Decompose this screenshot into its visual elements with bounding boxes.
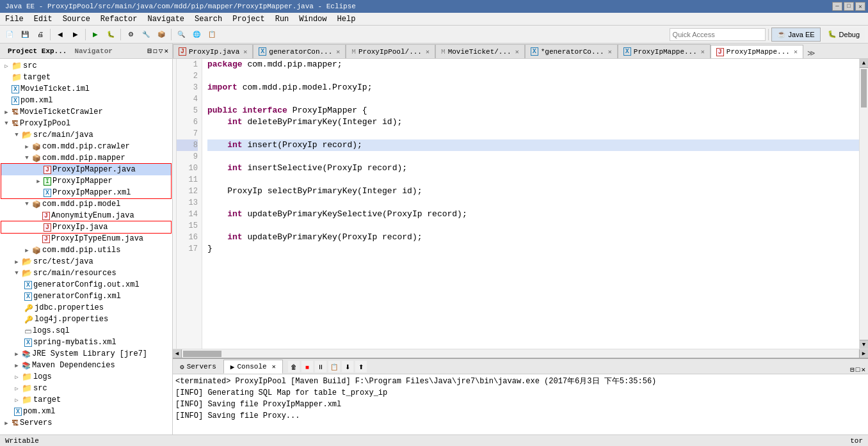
tab-close[interactable]: ✕ [426, 48, 430, 56]
tree-item[interactable]: ▶ 📚 JRE System Library [jre7] [0, 348, 172, 360]
tree-item[interactable]: ▷ 📁 logs [0, 371, 172, 383]
h-scroll-right[interactable]: ▶ [859, 349, 868, 358]
tree-item[interactable]: 📁 target [0, 72, 172, 83]
tree-item-proxyip-java[interactable]: J ProxyIp.java [1, 221, 171, 233]
h-scroll-left[interactable]: ◀ [173, 349, 182, 358]
scroll-up-btn[interactable]: ▲ [860, 59, 868, 68]
perspective-debug[interactable]: 🐛 Debug [822, 28, 865, 42]
menu-navigate[interactable]: Navigate [142, 13, 189, 25]
tree-item[interactable]: ▷ 📁 src [0, 60, 172, 72]
tab-movie[interactable]: M MovieTicket/... ✕ [435, 44, 525, 58]
tree-item[interactable]: X pom.xml [0, 406, 172, 417]
toolbar-btn-3[interactable]: 📦 [154, 28, 168, 42]
sidebar-tab-navigator[interactable]: Navigator [70, 46, 116, 56]
sidebar-tab-project[interactable]: Project Exp... [4, 46, 70, 56]
tree-item[interactable]: X generatorConfig.xml [0, 291, 172, 302]
menu-edit[interactable]: Edit [29, 13, 58, 25]
maximize-btn[interactable]: □ [844, 2, 854, 11]
sidebar-content[interactable]: ▷ 📁 src 📁 target X MovieTicket.iml X [0, 59, 172, 434]
tree-item[interactable]: ▶ 📂 src/test/java [0, 256, 172, 267]
tree-item[interactable]: ▷ 📁 src [0, 383, 172, 394]
tree-item[interactable]: ▶ 🏗 MovieTicketCrawler [0, 106, 172, 118]
tab-close[interactable]: ✕ [515, 48, 519, 56]
console-pause-btn[interactable]: ⏸ [315, 361, 326, 372]
tree-item[interactable]: 🔑 log4j.properties [0, 314, 172, 325]
tree-item[interactable]: ▼ 🏗 ProxyIpPool [0, 118, 172, 129]
run-btn[interactable]: ▶ [88, 28, 102, 42]
tree-item[interactable]: J ProxyIpTypeEnum.java [0, 233, 172, 244]
new-btn[interactable]: 📄 [3, 28, 17, 42]
menu-search[interactable]: Search [189, 13, 227, 25]
bottom-close-icon[interactable]: ✕ [861, 365, 865, 374]
console-btn-5[interactable]: ⬆ [355, 361, 367, 372]
tab-overflow[interactable]: ≫ [803, 49, 819, 58]
back-btn[interactable]: ◀ [53, 28, 67, 42]
print-btn[interactable]: 🖨 [33, 28, 47, 42]
tab-console[interactable]: ▶ Console ✕ [223, 360, 283, 374]
tree-item[interactable]: X pom.xml [0, 95, 172, 106]
tree-item[interactable]: ▼ 📂 src/main/java [0, 129, 172, 141]
tree-item-proxyipmapper-xml[interactable]: X ProxyIpMapper.xml [1, 187, 171, 198]
forward-btn[interactable]: ▶ [68, 28, 83, 42]
tree-item[interactable]: ▶ 🏗 Servers [0, 417, 172, 429]
console-content[interactable]: <terminated> ProxyIpPool [Maven Build] F… [173, 374, 868, 434]
tree-item[interactable]: ▶ 📦 com.mdd.pip.utils [0, 244, 172, 256]
tree-item[interactable]: ▶ 📦 com.mdd.pip.crawler [0, 141, 172, 152]
scroll-down-btn[interactable]: ▼ [860, 340, 868, 349]
bottom-maximize-icon[interactable]: □ [856, 366, 860, 374]
tree-item[interactable]: J AnonymityEnum.java [0, 210, 172, 221]
tree-item[interactable]: ▼ 📦 com.mdd.pip.mapper [0, 152, 172, 164]
tree-item[interactable]: X MovieTicket.iml [0, 83, 172, 95]
tree-item[interactable]: 🔑 jdbc.properties [0, 302, 172, 314]
tree-item[interactable]: 🗃 logs.sql [0, 325, 172, 337]
tab-pool[interactable]: M ProxyIpPool/... ✕ [346, 44, 435, 58]
tab-gen-co[interactable]: X *generatorCo... ✕ [525, 44, 618, 58]
menu-run[interactable]: Run [270, 13, 294, 25]
toolbar-btn-6[interactable]: 📋 [205, 28, 219, 42]
menu-help[interactable]: Help [332, 13, 361, 25]
tab-proxyip[interactable]: J ProxyIp.java ✕ [173, 44, 253, 58]
tree-item[interactable]: X generatorConfig.out.xml [0, 279, 172, 291]
sidebar-collapse-icon[interactable]: ◻ [153, 47, 157, 55]
perspective-javaee[interactable]: ☕ Java EE [771, 28, 821, 42]
console-stop-btn[interactable]: ■ [301, 361, 313, 372]
editor-content[interactable]: 1 2 3 4 5 6 7 8 9 10 11 12 13 14 15 16 1 [173, 59, 868, 349]
tab-close[interactable]: ✕ [243, 48, 247, 56]
tab-close[interactable]: ✕ [794, 48, 798, 56]
toolbar-btn-1[interactable]: ⚙ [124, 28, 138, 42]
sidebar-menu-icon[interactable]: ▽ [159, 47, 163, 55]
toolbar-btn-2[interactable]: 🔧 [139, 28, 153, 42]
console-clear-btn[interactable]: 🗑 [288, 361, 300, 372]
h-scroll-track[interactable] [182, 349, 859, 358]
editor-scrollbar[interactable]: ▲ ▼ [859, 59, 868, 349]
menu-file[interactable]: File [0, 13, 29, 25]
quick-access-input[interactable] [670, 28, 766, 41]
console-btn-3[interactable]: 📋 [328, 361, 340, 372]
tab-close[interactable]: ✕ [336, 48, 340, 56]
tab-gen-con[interactable]: X generatorCon... ✕ [253, 44, 346, 58]
console-btn-4[interactable]: ⬇ [342, 361, 353, 372]
tree-item-proxyipmapper-if[interactable]: ▶ I ProxyIpMapper [1, 175, 171, 187]
menu-refactor[interactable]: Refactor [95, 13, 143, 25]
tab-mapper-java[interactable]: J ProxyIpMappe... ✕ [711, 45, 803, 59]
scroll-thumb[interactable] [861, 69, 867, 108]
tree-item[interactable]: ▷ 📁 target [0, 394, 172, 406]
toolbar-btn-4[interactable]: 🔍 [174, 28, 188, 42]
tree-item[interactable]: ▼ 📂 src/main/resources [0, 267, 172, 279]
debug-btn[interactable]: 🐛 [104, 28, 118, 42]
close-btn[interactable]: ✕ [855, 2, 865, 11]
menu-project[interactable]: Project [227, 13, 269, 25]
menu-window[interactable]: Window [294, 13, 332, 25]
toolbar-btn-5[interactable]: 🌐 [189, 28, 204, 42]
console-close-icon[interactable]: ✕ [272, 363, 276, 370]
tree-item[interactable]: ▼ 📦 com.mdd.pip.model [0, 198, 172, 210]
minimize-btn[interactable]: — [832, 2, 842, 11]
tab-close[interactable]: ✕ [701, 48, 705, 56]
bottom-minimize-icon[interactable]: ⊟ [850, 365, 855, 374]
h-scrollbar[interactable]: ◀ ▶ [173, 349, 868, 358]
tree-item[interactable]: X spring-mybatis.xml [0, 337, 172, 348]
tree-item-proxyipmapper-java[interactable]: J ProxyIpMapper.java [1, 164, 171, 175]
tab-servers[interactable]: ⚙ Servers [173, 360, 223, 374]
code-area[interactable]: package com.mdd.pip.mapper; import com.m… [202, 59, 859, 349]
menu-source[interactable]: Source [58, 13, 95, 25]
